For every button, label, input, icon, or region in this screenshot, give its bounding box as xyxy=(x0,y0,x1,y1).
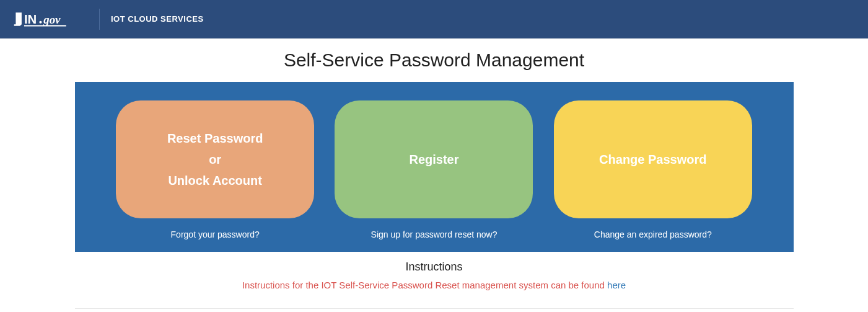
reset-column: Reset Password or Unlock Account Forgot … xyxy=(112,100,318,239)
reset-password-button[interactable]: Reset Password or Unlock Account xyxy=(116,100,314,218)
instructions-line: Instructions for the IOT Self-Service Pa… xyxy=(75,280,794,291)
instructions-heading: Instructions xyxy=(75,261,794,274)
reset-caption: Forgot your password? xyxy=(171,230,260,239)
actions-panel: Reset Password or Unlock Account Forgot … xyxy=(75,82,794,252)
register-line1: Register xyxy=(409,151,458,167)
register-caption: Sign up for password reset now? xyxy=(371,230,498,239)
svg-point-1 xyxy=(39,20,42,23)
reset-line3: Unlock Account xyxy=(168,172,262,189)
svg-text:IN: IN xyxy=(24,12,37,25)
instructions-section: Instructions Instructions for the IOT Se… xyxy=(75,261,794,291)
instructions-link[interactable]: here xyxy=(607,280,626,290)
instructions-text: Instructions for the IOT Self-Service Pa… xyxy=(242,280,607,290)
change-caption: Change an expired password? xyxy=(594,230,712,239)
main-content: Self-Service Password Management Reset P… xyxy=(75,38,794,312)
reset-line2: or xyxy=(209,151,221,167)
reset-line1: Reset Password xyxy=(167,130,263,146)
in-gov-logo-icon: IN gov xyxy=(12,10,88,29)
change-line1: Change Password xyxy=(599,151,706,167)
header-subtitle: IOT CLOUD SERVICES xyxy=(111,14,204,24)
copyright-text: © 2017 - Indiana Office of Technology xyxy=(75,309,794,312)
svg-text:gov: gov xyxy=(43,12,61,25)
change-password-button[interactable]: Change Password xyxy=(554,100,752,218)
actions-row: Reset Password or Unlock Account Forgot … xyxy=(112,100,756,239)
register-button[interactable]: Register xyxy=(335,100,533,218)
site-logo[interactable]: IN gov xyxy=(12,0,88,38)
register-column: Register Sign up for password reset now? xyxy=(331,100,537,239)
page-title: Self-Service Password Management xyxy=(75,50,794,71)
svg-rect-3 xyxy=(24,25,66,26)
change-column: Change Password Change an expired passwo… xyxy=(550,100,756,239)
header-divider xyxy=(99,9,100,30)
header-bar: IN gov IOT CLOUD SERVICES xyxy=(0,0,868,38)
